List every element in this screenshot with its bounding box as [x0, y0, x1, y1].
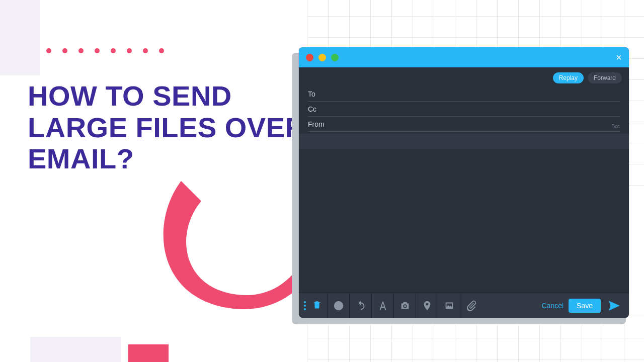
add-icon[interactable]: [328, 293, 350, 318]
message-body[interactable]: [299, 149, 629, 293]
compose-toolbar: Cancel Save: [299, 293, 629, 318]
window-traffic-lights: [306, 54, 339, 61]
cc-field[interactable]: Cc: [308, 102, 620, 117]
toolbar-drag-group: [299, 293, 328, 318]
font-icon[interactable]: [372, 293, 394, 318]
send-icon: [608, 299, 621, 312]
cancel-button[interactable]: Cancel: [541, 302, 564, 310]
undo-icon[interactable]: [350, 293, 372, 318]
window-minimize-dot[interactable]: [318, 54, 326, 61]
from-label: From: [308, 120, 333, 128]
attachment-icon[interactable]: [460, 293, 482, 318]
drag-handle-icon[interactable]: [304, 301, 307, 310]
decor-dots: [46, 48, 164, 53]
subject-bar[interactable]: [299, 134, 629, 149]
to-label: To: [308, 90, 333, 98]
window-zoom-dot[interactable]: [331, 54, 339, 61]
location-icon[interactable]: [416, 293, 438, 318]
bcc-toggle[interactable]: Bcc: [611, 124, 620, 129]
page-title: HOW TO SEND LARGE FILES OVER EMAIL?: [28, 80, 309, 175]
reply-forward-row: Replay Forward: [299, 67, 629, 86]
replay-button[interactable]: Replay: [553, 72, 584, 83]
camera-icon[interactable]: [394, 293, 416, 318]
cc-label: Cc: [308, 105, 333, 113]
send-button[interactable]: [606, 297, 623, 314]
window-close-dot[interactable]: [306, 54, 313, 61]
decor-square-pink: [128, 344, 169, 362]
image-icon[interactable]: [438, 293, 460, 318]
header-fields: To Cc From Bcc: [299, 86, 629, 134]
decor-square-bottom: [30, 337, 121, 362]
window-titlebar: ×: [299, 47, 629, 67]
trash-icon[interactable]: [312, 300, 322, 312]
from-field[interactable]: From Bcc: [308, 117, 620, 132]
save-button[interactable]: Save: [569, 299, 601, 313]
close-icon[interactable]: ×: [616, 52, 622, 62]
decor-square-top-left: [0, 0, 40, 75]
to-field[interactable]: To: [308, 86, 620, 102]
forward-button[interactable]: Forward: [588, 72, 622, 83]
compose-window: × Replay Forward To Cc From Bcc: [299, 47, 629, 318]
toolbar-actions: Cancel Save: [535, 293, 629, 318]
